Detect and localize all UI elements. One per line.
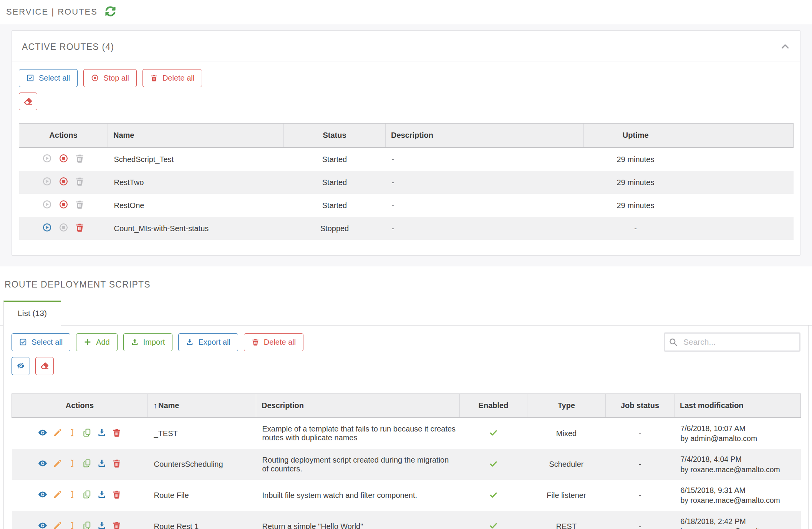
- delete-route-button[interactable]: [75, 223, 85, 232]
- duplicate-script-button[interactable]: [83, 459, 92, 468]
- script-description: Routing deployment script created during…: [256, 449, 460, 480]
- sort-asc-icon: ↑: [153, 401, 157, 410]
- script-last-modification: 6/18/2018, 2:42 PM by roxane.mace@amalto…: [674, 511, 801, 529]
- eye-slash-icon: [17, 362, 25, 370]
- script-name: CountersScheduling: [148, 449, 256, 480]
- delete-script-button[interactable]: [112, 459, 121, 468]
- start-route-button[interactable]: [42, 200, 52, 209]
- scripts-toolbar-2: [12, 357, 800, 375]
- column-header-name[interactable]: ↑Name: [148, 393, 256, 418]
- column-header-type[interactable]: Type: [527, 393, 606, 418]
- script-type: Scheduler: [527, 449, 606, 480]
- scripts-toolbar: Select all Add Import Export all Delete …: [12, 332, 800, 352]
- script-description: Example of a template that fails to run …: [256, 418, 460, 449]
- rename-script-button[interactable]: [68, 521, 77, 529]
- delete-route-button[interactable]: [75, 177, 85, 186]
- download-icon: [186, 338, 194, 346]
- download-script-button[interactable]: [97, 521, 106, 529]
- import-button[interactable]: Import: [123, 333, 173, 351]
- upload-icon: [131, 338, 139, 346]
- active-routes-title: ACTIVE ROUTES (4): [22, 42, 114, 52]
- deployment-scripts-title: ROUTE DEPLOYMENT SCRIPTS: [5, 279, 812, 290]
- script-job-status: -: [606, 511, 674, 529]
- view-script-button[interactable]: [38, 428, 47, 437]
- eraser-icon: [41, 362, 48, 370]
- download-script-button[interactable]: [97, 490, 106, 499]
- column-header-actions[interactable]: Actions: [12, 393, 148, 418]
- route-uptime: 29 minutes: [584, 194, 688, 217]
- stop-route-button[interactable]: [59, 154, 68, 163]
- export-all-button[interactable]: Export all: [178, 333, 238, 351]
- route-name: RestOne: [108, 194, 284, 217]
- enabled-check-icon: [489, 521, 498, 529]
- check-square-icon: [19, 338, 27, 346]
- delete-script-button[interactable]: [112, 490, 121, 499]
- eraser-icon: [24, 98, 32, 106]
- column-header-status: Status: [284, 124, 386, 148]
- route-status: Stopped: [284, 217, 386, 240]
- rename-script-button[interactable]: [68, 459, 77, 468]
- duplicate-script-button[interactable]: [83, 428, 92, 437]
- active-routes-table: Actions Name Status Description Uptime: [19, 123, 794, 240]
- edit-script-button[interactable]: [53, 428, 62, 437]
- delete-script-button[interactable]: [112, 521, 121, 529]
- column-header-enabled[interactable]: Enabled: [460, 393, 527, 418]
- route-name: SchedScript_Test: [108, 147, 284, 171]
- start-route-button[interactable]: [42, 154, 52, 163]
- column-header-last-modification[interactable]: Last modification: [674, 393, 801, 418]
- start-route-button[interactable]: [42, 223, 52, 232]
- edit-script-button[interactable]: [53, 490, 62, 499]
- trash-icon: [252, 338, 259, 346]
- column-header-description[interactable]: Description: [256, 393, 460, 418]
- duplicate-script-button[interactable]: [83, 490, 92, 499]
- stop-all-button[interactable]: Stop all: [83, 69, 137, 87]
- collapse-panel-button[interactable]: [780, 41, 790, 53]
- route-name: RestTwo: [108, 171, 284, 194]
- delete-all-button[interactable]: Delete all: [143, 69, 202, 87]
- duplicate-script-button[interactable]: [83, 521, 92, 529]
- table-row: Count_MIs-with-Sent-status Stopped - -: [19, 217, 794, 240]
- download-script-button[interactable]: [97, 428, 106, 437]
- trash-icon: [150, 74, 158, 82]
- rename-script-button[interactable]: [68, 428, 77, 437]
- script-type: REST: [527, 511, 606, 529]
- page-title: SERVICE | ROUTES: [6, 7, 98, 17]
- select-all-scripts-button[interactable]: Select all: [12, 333, 70, 351]
- select-all-button[interactable]: Select all: [19, 69, 78, 87]
- rename-script-button[interactable]: [68, 490, 77, 499]
- delete-route-button[interactable]: [75, 200, 85, 209]
- tab-list[interactable]: List (13): [3, 301, 61, 326]
- table-row: CountersScheduling Routing deployment sc…: [12, 449, 801, 480]
- route-status: Started: [284, 194, 386, 217]
- stop-route-button[interactable]: [59, 177, 68, 186]
- delete-all-scripts-button[interactable]: Delete all: [244, 333, 303, 351]
- start-route-button[interactable]: [42, 177, 52, 186]
- add-script-button[interactable]: Add: [76, 333, 118, 351]
- delete-route-button[interactable]: [75, 154, 85, 163]
- script-job-status: -: [606, 449, 674, 480]
- delete-script-button[interactable]: [112, 428, 121, 437]
- refresh-button[interactable]: [105, 6, 116, 18]
- route-description: -: [386, 217, 584, 240]
- clear-selection-button[interactable]: [35, 357, 54, 375]
- column-header-job-status[interactable]: Job status: [606, 393, 674, 418]
- search-input[interactable]: [664, 332, 800, 352]
- clear-selection-button[interactable]: [19, 93, 37, 111]
- edit-script-button[interactable]: [53, 521, 62, 529]
- route-description: -: [386, 147, 584, 171]
- view-script-button[interactable]: [38, 521, 47, 529]
- hide-columns-button[interactable]: [12, 357, 30, 375]
- stop-route-button[interactable]: [59, 200, 68, 209]
- scripts-table: Actions ↑Name Description Enabled Type J…: [12, 393, 801, 529]
- script-type: File listener: [527, 480, 606, 511]
- table-row: SchedScript_Test Started - 29 minutes: [19, 147, 794, 171]
- script-last-modification: 7/6/2018, 10:07 AM by admin@amalto.com: [674, 418, 801, 449]
- view-script-button[interactable]: [38, 490, 47, 499]
- script-last-modification: 7/4/2018, 4:04 PM by roxane.mace@amalto.…: [674, 449, 801, 480]
- edit-script-button[interactable]: [53, 459, 62, 468]
- check-square-icon: [27, 74, 34, 82]
- active-routes-header-row: Actions Name Status Description Uptime: [19, 124, 794, 148]
- view-script-button[interactable]: [38, 459, 47, 468]
- download-script-button[interactable]: [97, 459, 106, 468]
- stop-route-button[interactable]: [59, 223, 68, 232]
